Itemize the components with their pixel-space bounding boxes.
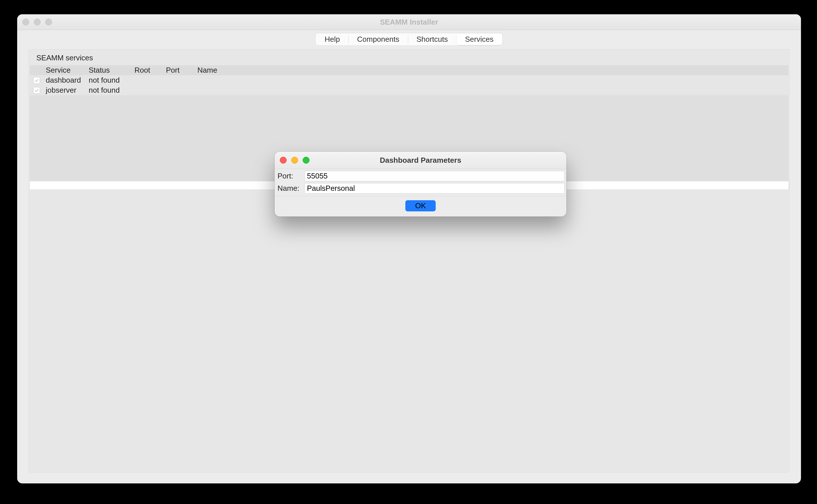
col-port: Port [164, 65, 196, 75]
cell-name [196, 90, 230, 91]
tab-shortcuts[interactable]: Shortcuts [408, 34, 457, 45]
close-icon[interactable] [22, 19, 29, 25]
cell-root [133, 80, 164, 81]
ok-button[interactable]: OK [405, 200, 436, 211]
cell-name [196, 80, 230, 81]
cell-status: not found [87, 85, 133, 95]
col-check [30, 70, 44, 71]
port-field[interactable] [304, 171, 565, 181]
name-label: Name: [276, 184, 302, 193]
main-window: SEAMM Installer Help Components Shortcut… [17, 14, 801, 483]
cell-status: not found [87, 75, 133, 85]
cell-port [164, 80, 196, 81]
dashboard-parameters-dialog: Dashboard Parameters Port: Name: OK [275, 152, 566, 217]
tab-services[interactable]: Services [457, 34, 502, 45]
zoom-icon[interactable] [303, 157, 310, 164]
minimize-icon[interactable] [291, 157, 298, 164]
checkbox-icon[interactable] [33, 87, 40, 94]
col-root: Root [133, 65, 164, 75]
col-status: Status [87, 65, 133, 75]
window-title: SEAMM Installer [17, 18, 801, 27]
table-row[interactable]: dashboard not found [30, 75, 788, 85]
services-panel: SEAMM services Service Status Root Port … [29, 49, 790, 473]
table-headers: Service Status Root Port Name [30, 65, 788, 75]
dialog-title: Dashboard Parameters [275, 156, 566, 165]
checkbox-icon[interactable] [33, 77, 40, 84]
table-row[interactable]: jobserver not found [30, 85, 788, 95]
close-icon[interactable] [280, 157, 287, 164]
minimize-icon[interactable] [34, 19, 41, 25]
tab-bar: Help Components Shortcuts Services [315, 33, 503, 46]
port-label: Port: [276, 172, 302, 180]
cell-port [164, 90, 196, 91]
tab-help[interactable]: Help [316, 34, 348, 45]
tabs-row: Help Components Shortcuts Services [17, 30, 801, 47]
col-name: Name [196, 65, 230, 75]
col-service: Service [44, 65, 87, 75]
main-titlebar: SEAMM Installer [17, 14, 801, 30]
cell-root [133, 90, 164, 91]
dialog-titlebar: Dashboard Parameters [275, 152, 566, 169]
panel-title: SEAMM services [29, 53, 789, 65]
cell-service: dashboard [44, 75, 87, 85]
zoom-icon[interactable] [45, 19, 52, 25]
name-field[interactable] [304, 183, 565, 194]
cell-service: jobserver [44, 85, 87, 95]
tab-components[interactable]: Components [348, 34, 408, 45]
